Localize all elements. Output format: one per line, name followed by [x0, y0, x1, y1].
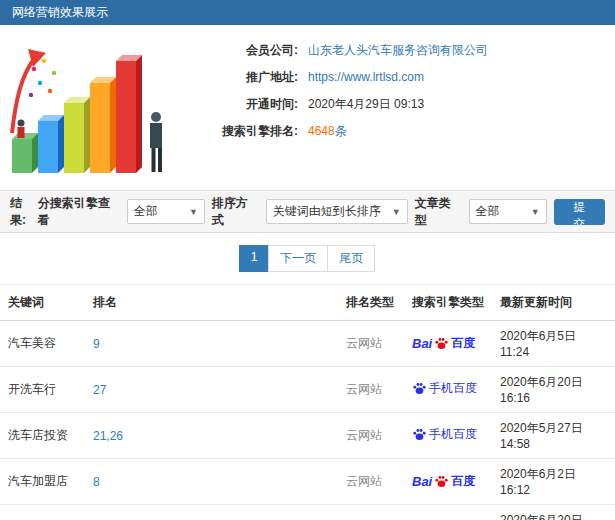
update-time-cell: 2020年6月20日 16:11: [492, 505, 615, 520]
bar-green: [12, 133, 38, 173]
sort-label: 排序方式: [212, 195, 259, 229]
chevron-down-icon: ▼: [531, 207, 540, 217]
bar-red: [116, 55, 142, 173]
promo-url-label: 推广地址:: [176, 64, 298, 91]
rank-type-cell: 云网站: [338, 459, 404, 505]
submit-button[interactable]: 提交: [554, 199, 605, 225]
article-type-label: 文章类型: [415, 195, 462, 229]
open-time-value: 2020年4月29日 09:13: [308, 91, 424, 118]
member-info: 会员公司: 山东老人头汽车服务咨询有限公司 推广地址: https://www.…: [176, 33, 605, 182]
keyword-cell: 加盟洗车店: [0, 505, 85, 520]
engine-cell: Bai 百度: [404, 321, 492, 367]
engine-cell: 手机百度: [404, 413, 492, 459]
update-time-cell: 2020年6月5日 11:24: [492, 321, 615, 367]
promo-url-link[interactable]: https://www.lrtlsd.com: [308, 64, 424, 91]
info-row-url: 推广地址: https://www.lrtlsd.com: [176, 64, 605, 91]
keyword-cell: 洗车店投资: [0, 413, 85, 459]
next-page-button[interactable]: 下一页: [268, 245, 328, 272]
filter-bar: 结果: 分搜索引擎查看 全部 ▼ 排序方式 关键词由短到长排序 ▼ 文章类型 全…: [0, 191, 615, 233]
mobile-baidu-text: 手机百度: [429, 380, 477, 397]
header-keyword: 关键词: [0, 285, 85, 321]
table-row: 加盟洗车店 25,28,28 云网站: [0, 505, 615, 520]
rank-cell[interactable]: 21,26: [85, 413, 338, 459]
engine-filter-value: 全部: [134, 203, 158, 220]
baidu-bai-text: Bai: [412, 474, 432, 489]
table-row: 开洗车行 27 云网站: [0, 367, 615, 413]
bar-chart-illustration: [4, 33, 176, 182]
info-row-company: 会员公司: 山东老人头汽车服务咨询有限公司: [176, 37, 605, 64]
keyword-cell: 汽车加盟店: [0, 459, 85, 505]
page-1-button[interactable]: 1: [239, 245, 270, 272]
filter-controls: 分搜索引擎查看 全部 ▼ 排序方式 关键词由短到长排序 ▼ 文章类型 全部 ▼ …: [38, 195, 605, 229]
pagination: 1 下一页 尾页: [0, 233, 615, 285]
table-body: 汽车美容 9 云网站 Bai 百度: [0, 321, 615, 520]
company-link[interactable]: 山东老人头汽车服务咨询有限公司: [308, 37, 488, 64]
rank-count-unit: 条: [335, 124, 347, 138]
baidu-logo: Bai 百度: [412, 473, 475, 490]
rank-type-cell: 云网站: [338, 505, 404, 520]
growth-chart-image: [4, 33, 174, 179]
summary-panel: 会员公司: 山东老人头汽车服务咨询有限公司 推广地址: https://www.…: [0, 25, 615, 191]
rank-type-cell: 云网站: [338, 413, 404, 459]
header-engine-type: 搜索引擎类型: [404, 285, 492, 321]
keyword-cell: 汽车美容: [0, 321, 85, 367]
rank-cell[interactable]: 27: [85, 367, 338, 413]
open-time-label: 开通时间:: [176, 91, 298, 118]
bar-blue: [38, 115, 64, 173]
table-row: 汽车加盟店 8 云网站 Bai 百度: [0, 459, 615, 505]
baidu-bai-text: Bai: [412, 336, 432, 351]
page-title: 网络营销效果展示: [12, 5, 108, 19]
baidu-paw-icon: [434, 336, 449, 351]
info-row-open-time: 开通时间: 2020年4月29日 09:13: [176, 91, 605, 118]
baidu-logo: Bai 百度: [412, 335, 475, 352]
chevron-down-icon: ▼: [392, 207, 401, 217]
header-rank: 排名: [85, 285, 338, 321]
engine-filter-select[interactable]: 全部 ▼: [127, 199, 205, 224]
rank-count-value: 4648条: [308, 118, 347, 145]
rank-count-label: 搜索引擎排名:: [176, 118, 298, 145]
bar-yellow: [64, 97, 90, 173]
bar-orange: [90, 77, 116, 173]
baidu-paw-icon: [434, 474, 449, 489]
keyword-cell: 开洗车行: [0, 367, 85, 413]
rank-cell[interactable]: 8: [85, 459, 338, 505]
rank-count-number: 4648: [308, 124, 335, 138]
header-update-time: 最新更新时间: [492, 285, 615, 321]
baidu-du-text: 百度: [451, 473, 475, 490]
table-row: 洗车店投资 21,26 云网站: [0, 413, 615, 459]
rank-cell[interactable]: 9: [85, 321, 338, 367]
info-row-rank-count: 搜索引擎排名: 4648条: [176, 118, 605, 145]
rank-type-cell: 云网站: [338, 321, 404, 367]
header-bar: 网络营销效果展示: [0, 0, 615, 25]
mobile-baidu-logo: 手机百度: [412, 380, 477, 397]
baidu-du-text: 百度: [451, 335, 475, 352]
rank-cell[interactable]: 25,28,28: [85, 505, 338, 520]
mobile-baidu-text: 手机百度: [429, 426, 477, 443]
results-table: 关键词 排名 排名类型 搜索引擎类型 最新更新时间 汽车美容 9 云网站 Bai…: [0, 285, 615, 520]
update-time-cell: 2020年6月2日 16:12: [492, 459, 615, 505]
table-header-row: 关键词 排名 排名类型 搜索引擎类型 最新更新时间: [0, 285, 615, 321]
update-time-cell: 2020年5月27日 14:58: [492, 413, 615, 459]
mobile-baidu-logo: 手机百度: [412, 426, 477, 443]
mobile-baidu-paw-icon: [412, 427, 427, 442]
last-page-button[interactable]: 尾页: [327, 245, 375, 272]
result-label: 结果:: [10, 195, 38, 229]
engine-cell: 手机百度: [404, 505, 492, 520]
engine-cell: 手机百度: [404, 367, 492, 413]
engine-cell: Bai 百度: [404, 459, 492, 505]
company-label: 会员公司:: [176, 37, 298, 64]
table-row: 汽车美容 9 云网站 Bai 百度: [0, 321, 615, 367]
article-type-value: 全部: [476, 203, 500, 220]
mobile-baidu-paw-icon: [412, 381, 427, 396]
rank-type-cell: 云网站: [338, 367, 404, 413]
engine-filter-label: 分搜索引擎查看: [38, 195, 120, 229]
sort-select[interactable]: 关键词由短到长排序 ▼: [266, 199, 408, 224]
chevron-down-icon: ▼: [189, 207, 198, 217]
header-rank-type: 排名类型: [338, 285, 404, 321]
update-time-cell: 2020年6月20日 16:16: [492, 367, 615, 413]
article-type-select[interactable]: 全部 ▼: [469, 199, 547, 224]
sort-value: 关键词由短到长排序: [273, 203, 381, 220]
